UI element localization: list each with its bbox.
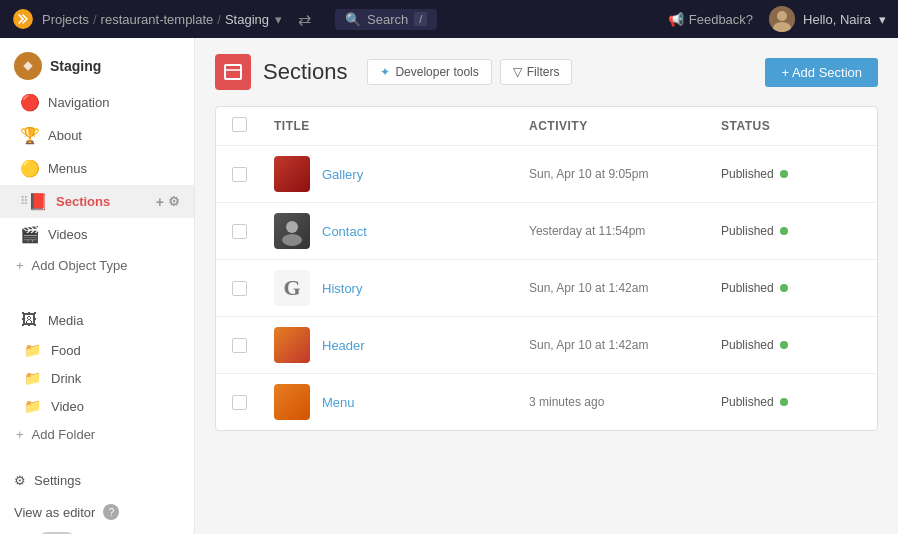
media-section: 🖼 Media 📁 Food 📁 Drink 📁 Video + Add Fol… [0, 296, 194, 457]
add-object-type-button[interactable]: + Add Object Type [0, 251, 194, 280]
dev-tools-label: Developer tools [395, 65, 478, 79]
row-thumbnail [274, 327, 310, 363]
sidebar-item-label: Navigation [48, 95, 109, 110]
media-item-drink[interactable]: 📁 Drink [0, 364, 194, 392]
search-bar[interactable]: 🔍 Search / [335, 9, 437, 30]
row-thumbnail [274, 384, 310, 420]
drag-handle-icon[interactable]: ⠿ [20, 195, 28, 208]
sidebar-item-label: Menus [48, 161, 87, 176]
row-title-link[interactable]: Contact [322, 224, 367, 239]
menus-icon: 🟡 [20, 159, 38, 178]
staging-header[interactable]: Staging [0, 46, 194, 86]
table-header: Title Activity Status [216, 107, 877, 146]
row-title-cell: Gallery [274, 156, 517, 192]
videos-icon: 🎬 [20, 225, 38, 244]
row-title-link[interactable]: Menu [322, 395, 355, 410]
sidebar-top-section: Staging 🔴 Navigation 🏆 About 🟡 Menus ⠿ 📕… [0, 38, 194, 288]
row-activity: Sun, Apr 10 at 1:42am [529, 338, 709, 352]
row-checkbox[interactable] [232, 281, 247, 296]
add-folder-label: Add Folder [32, 427, 96, 442]
status-dot [780, 170, 788, 178]
media-icon: 🖼 [20, 311, 38, 329]
feedback-button[interactable]: 📢 Feedback? [668, 12, 753, 27]
activity-column-header: Activity [529, 119, 709, 133]
status-column-header: Status [721, 119, 861, 133]
toggle-row: Off On [0, 528, 194, 534]
feedback-icon: 📢 [668, 12, 684, 27]
sections-table: Title Activity Status Gallery Sun, Apr 1… [215, 106, 878, 431]
sidebar-item-videos[interactable]: 🎬 Videos [0, 218, 194, 251]
media-item-label: Food [51, 343, 81, 358]
status-label: Published [721, 224, 774, 238]
header-actions: ✦ Developer tools ▽ Filters [367, 59, 572, 85]
row-checkbox[interactable] [232, 224, 247, 239]
staging-breadcrumb[interactable]: Staging [225, 12, 269, 27]
user-dropdown-icon[interactable]: ▾ [879, 12, 886, 27]
table-row: Menu 3 minutes ago Published [216, 374, 877, 430]
settings-item[interactable]: ⚙ Settings [0, 465, 194, 496]
status-dot [780, 227, 788, 235]
developer-tools-button[interactable]: ✦ Developer tools [367, 59, 491, 85]
avatar [769, 6, 795, 32]
folder-icon: 📁 [24, 370, 41, 386]
search-icon: 🔍 [345, 12, 361, 27]
add-folder-button[interactable]: + Add Folder [0, 420, 194, 449]
row-title-link[interactable]: Gallery [322, 167, 363, 182]
app-body: Staging 🔴 Navigation 🏆 About 🟡 Menus ⠿ 📕… [0, 38, 898, 534]
page-title: Sections [263, 59, 347, 85]
help-icon[interactable]: ? [103, 504, 119, 520]
search-shortcut: / [414, 12, 427, 26]
status-dot [780, 284, 788, 292]
row-activity: 3 minutes ago [529, 395, 709, 409]
sidebar-item-media[interactable]: 🖼 Media [0, 304, 194, 336]
row-checkbox[interactable] [232, 338, 247, 353]
media-item-label: Video [51, 399, 84, 414]
sidebar-item-about[interactable]: 🏆 About [0, 119, 194, 152]
filters-button[interactable]: ▽ Filters [500, 59, 573, 85]
select-all-checkbox[interactable] [232, 117, 262, 135]
row-title-cell: Menu [274, 384, 517, 420]
table-row: Gallery Sun, Apr 10 at 9:05pm Published [216, 146, 877, 203]
add-item-icon[interactable]: + [156, 194, 164, 210]
main-content: Sections ✦ Developer tools ▽ Filters + A… [195, 38, 898, 534]
template-link[interactable]: restaurant-template [101, 12, 214, 27]
projects-link[interactable]: Projects [42, 12, 89, 27]
add-section-label: + Add Section [781, 65, 862, 80]
media-label: Media [48, 313, 83, 328]
status-label: Published [721, 281, 774, 295]
add-section-button[interactable]: + Add Section [765, 58, 878, 87]
staging-dropdown-icon[interactable]: ▾ [275, 12, 282, 27]
sidebar-item-label: Videos [48, 227, 88, 242]
sidebar-item-actions: + ⚙ [156, 194, 180, 210]
filter-icon: ▽ [513, 65, 522, 79]
media-item-video[interactable]: 📁 Video [0, 392, 194, 420]
sidebar-item-sections[interactable]: ⠿ 📕 Sections + ⚙ [0, 185, 194, 218]
status-dot [780, 341, 788, 349]
sidebar-item-menus[interactable]: 🟡 Menus [0, 152, 194, 185]
row-status: Published [721, 281, 861, 295]
row-title-cell: Header [274, 327, 517, 363]
table-row: G History Sun, Apr 10 at 1:42am Publishe… [216, 260, 877, 317]
row-activity: Sun, Apr 10 at 9:05pm [529, 167, 709, 181]
dev-tools-icon: ✦ [380, 65, 390, 79]
user-info[interactable]: Hello, Naira ▾ [769, 6, 886, 32]
sidebar-item-navigation[interactable]: 🔴 Navigation [0, 86, 194, 119]
staging-label: Staging [50, 58, 101, 74]
sidebar: Staging 🔴 Navigation 🏆 About 🟡 Menus ⠿ 📕… [0, 38, 195, 534]
title-column-header: Title [274, 119, 517, 133]
sections-page-icon [215, 54, 251, 90]
row-checkbox[interactable] [232, 395, 247, 410]
gear-icon[interactable]: ⚙ [168, 194, 180, 210]
joomla-logo-icon [12, 8, 34, 30]
settings-label: Settings [34, 473, 81, 488]
status-label: Published [721, 395, 774, 409]
add-object-type-label: Add Object Type [32, 258, 128, 273]
row-checkbox[interactable] [232, 167, 247, 182]
row-title-link[interactable]: Header [322, 338, 365, 353]
user-greeting: Hello, Naira [803, 12, 871, 27]
row-status: Published [721, 167, 861, 181]
row-title-link[interactable]: History [322, 281, 362, 296]
row-thumbnail [274, 213, 310, 249]
row-status: Published [721, 338, 861, 352]
media-item-food[interactable]: 📁 Food [0, 336, 194, 364]
